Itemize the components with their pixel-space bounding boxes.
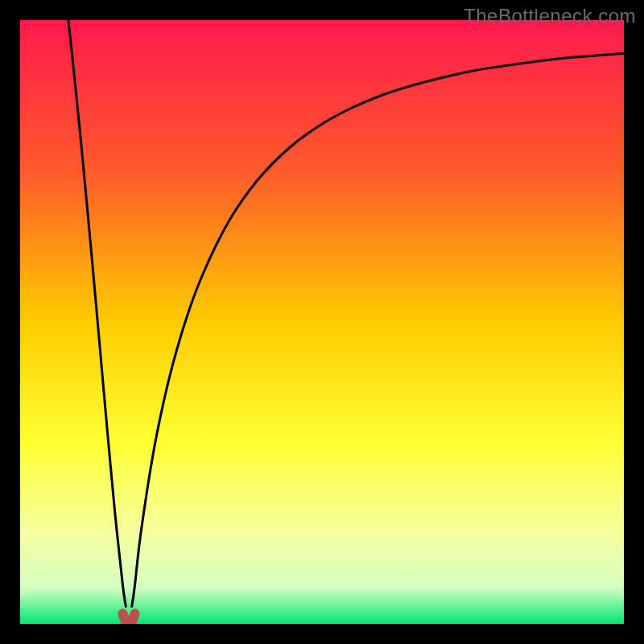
chart-svg (20, 20, 624, 624)
watermark-text: TheBottleneck.com (464, 5, 636, 27)
gradient-background (20, 20, 624, 624)
chart-frame: TheBottleneck.com (0, 0, 644, 644)
plot-area (20, 20, 624, 624)
